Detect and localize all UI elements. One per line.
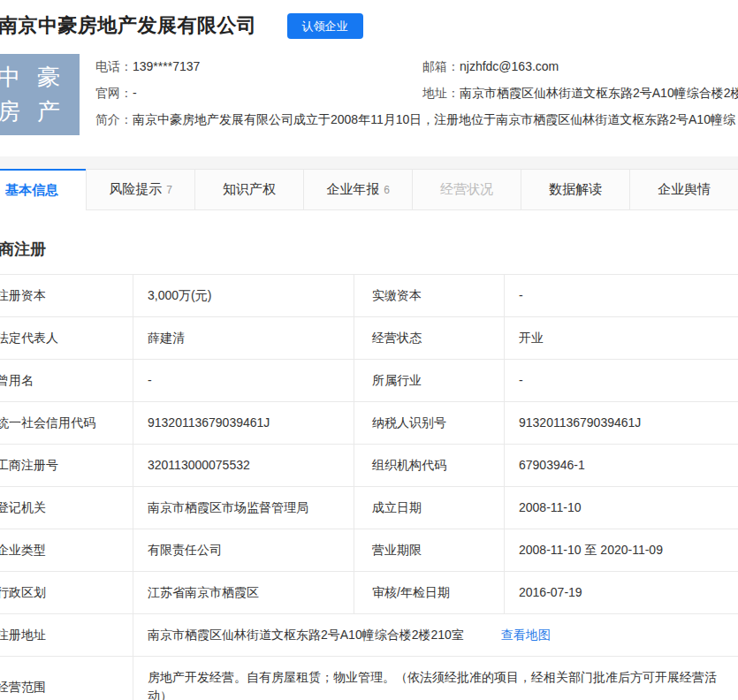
website-field: 官网：-: [95, 84, 422, 102]
page: 南京中豪房地产发展有限公司 认领企业 中 豪 房 产 电话：139****713…: [0, 0, 738, 700]
field-label: 法定代表人: [0, 317, 133, 360]
field-label: 经营范围: [0, 657, 133, 700]
tab-label: 风险提示: [109, 181, 162, 198]
field-value: 2008-11-10 至 2020-11-09: [505, 529, 738, 572]
company-info-row: 中 豪 房 产 电话：139****7137 邮箱：njzhfdc@163.co…: [0, 54, 738, 156]
tab-label: 基本信息: [5, 182, 58, 199]
field-value: 有限责任公司: [133, 529, 354, 572]
intro-label: 简介：: [95, 112, 133, 126]
field-value: 91320113679039461J: [133, 402, 354, 445]
field-value: 2008-11-10: [505, 487, 738, 529]
field-label: 登记机关: [0, 487, 133, 529]
table-row: 统一社会信用代码 91320113679039461J 纳税人识别号 91320…: [0, 402, 738, 445]
field-label: 经营状态: [354, 317, 505, 360]
table-row: 企业类型 有限责任公司 营业期限 2008-11-10 至 2020-11-09: [0, 529, 738, 572]
address-value: 南京市栖霞区仙林街道文枢东路2号A10幢综合楼2楼: [460, 86, 738, 100]
company-logo: 中 豪 房 产: [0, 54, 80, 135]
email-field: 邮箱：njzhfdc@163.com: [422, 57, 738, 75]
website-value: -: [133, 86, 137, 100]
section-divider: [0, 156, 738, 169]
field-label: 注册地址: [0, 614, 133, 657]
field-value: 67903946-1: [505, 445, 738, 487]
table-row: 注册资本 3,000万(元) 实缴资本 -: [0, 275, 738, 317]
field-label: 曾用名: [0, 360, 133, 402]
tab-company-news[interactable]: 企业舆情: [629, 169, 738, 210]
tab-badge: 7: [166, 184, 172, 196]
table-row: 工商注册号 320113000075532 组织机构代码 67903946-1: [0, 445, 738, 487]
table-row: 登记机关 南京市栖霞区市场监督管理局 成立日期 2008-11-10: [0, 487, 738, 529]
intro-value: 南京中豪房地产发展有限公司成立于2008年11月10日，注册地位于南京市栖霞区仙…: [133, 112, 735, 126]
section-title: 工商注册: [0, 239, 738, 260]
tab-badge: 6: [384, 184, 390, 196]
intro-field: 简介：南京中豪房地产发展有限公司成立于2008年11月10日，注册地位于南京市栖…: [95, 110, 738, 128]
email-value: njzhfdc@163.com: [460, 59, 559, 73]
logo-line-2: 房 产: [0, 95, 65, 129]
field-value: -: [133, 360, 354, 402]
registration-table: 注册资本 3,000万(元) 实缴资本 - 法定代表人 薛建清 经营状态 开业 …: [0, 274, 738, 700]
phone-field: 电话：139****7137: [95, 57, 422, 75]
email-label: 邮箱：: [422, 59, 460, 73]
table-row: 曾用名 - 所属行业 -: [0, 360, 738, 402]
view-map-link[interactable]: 查看地图: [501, 628, 551, 642]
tab-label: 知识产权: [223, 181, 276, 198]
field-value: 南京市栖霞区市场监督管理局: [133, 487, 354, 529]
field-label: 实缴资本: [354, 275, 505, 317]
field-label: 组织机构代码: [354, 445, 505, 487]
field-label: 注册资本: [0, 275, 133, 317]
company-contact-block: 电话：139****7137 邮箱：njzhfdc@163.com 官网：- 地…: [95, 57, 738, 135]
field-label: 成立日期: [354, 487, 505, 529]
field-value: 2016-07-19: [505, 572, 738, 614]
tab-data-insights[interactable]: 数据解读: [521, 169, 629, 210]
tab-label: 企业年报: [326, 181, 379, 198]
field-value: 江苏省南京市栖霞区: [133, 572, 354, 614]
field-value: 3,000万(元): [133, 275, 354, 317]
tab-bar: 基本信息 风险提示 7 知识产权 企业年报 6 经营状况 数据解读 企业舆情: [0, 169, 738, 210]
address-label: 地址：: [422, 86, 460, 100]
table-row: 行政区划 江苏省南京市栖霞区 审核/年检日期 2016-07-19: [0, 572, 738, 614]
tab-intellectual-property[interactable]: 知识产权: [194, 169, 303, 210]
main-content: 工商注册 注册资本 3,000万(元) 实缴资本 - 法定代表人 薛建清 经营状…: [0, 239, 738, 700]
table-row-business-scope: 经营范围 房地产开发经营。自有房屋租赁；物业管理。（依法须经批准的项目，经相关部…: [0, 657, 738, 700]
company-name: 南京中豪房地产发展有限公司: [0, 12, 257, 39]
table-row: 法定代表人 薛建清 经营状态 开业: [0, 317, 738, 360]
registered-address-cell: 南京市栖霞区仙林街道文枢东路2号A10幢综合楼2楼210室查看地图: [133, 614, 738, 657]
table-row-registered-address: 注册地址 南京市栖霞区仙林街道文枢东路2号A10幢综合楼2楼210室查看地图: [0, 614, 738, 657]
claim-company-button[interactable]: 认领企业: [287, 13, 363, 39]
phone-value: 139****7137: [133, 59, 200, 73]
field-value: -: [505, 275, 738, 317]
field-value: 薛建清: [133, 317, 354, 360]
field-label: 行政区划: [0, 572, 133, 614]
title-row: 南京中豪房地产发展有限公司 认领企业: [0, 11, 738, 40]
tab-business-status[interactable]: 经营状况: [412, 169, 521, 210]
tab-risk-alerts[interactable]: 风险提示 7: [86, 169, 194, 210]
field-label: 审核/年检日期: [354, 572, 505, 614]
tab-label: 经营状况: [440, 181, 493, 198]
website-label: 官网：: [95, 86, 133, 100]
address-field: 地址：南京市栖霞区仙林街道文枢东路2号A10幢综合楼2楼: [422, 84, 738, 102]
logo-line-1: 中 豪: [0, 60, 65, 95]
business-scope-cell: 房地产开发经营。自有房屋租赁；物业管理。（依法须经批准的项目，经相关部门批准后方…: [133, 657, 738, 700]
field-value: 开业: [505, 317, 738, 360]
tab-label: 企业舆情: [658, 181, 711, 198]
company-header: 南京中豪房地产发展有限公司 认领企业 中 豪 房 产 电话：139****713…: [0, 0, 738, 156]
field-label: 营业期限: [354, 529, 505, 572]
field-value: -: [505, 360, 738, 402]
phone-label: 电话：: [95, 59, 133, 73]
field-label: 所属行业: [354, 360, 505, 402]
field-value: 91320113679039461J: [505, 402, 738, 445]
field-label: 纳税人识别号: [354, 402, 505, 445]
field-label: 统一社会信用代码: [0, 402, 133, 445]
registered-address-value: 南京市栖霞区仙林街道文枢东路2号A10幢综合楼2楼210室: [148, 628, 464, 642]
field-label: 企业类型: [0, 529, 133, 572]
tab-basic-info[interactable]: 基本信息: [0, 169, 86, 210]
field-label: 工商注册号: [0, 445, 133, 487]
tab-annual-reports[interactable]: 企业年报 6: [303, 169, 412, 210]
field-value: 320113000075532: [133, 445, 354, 487]
business-scope-value: 房地产开发经营。自有房屋租赁；物业管理。（依法须经批准的项目，经相关部门批准后方…: [148, 670, 717, 700]
tab-label: 数据解读: [549, 181, 602, 198]
